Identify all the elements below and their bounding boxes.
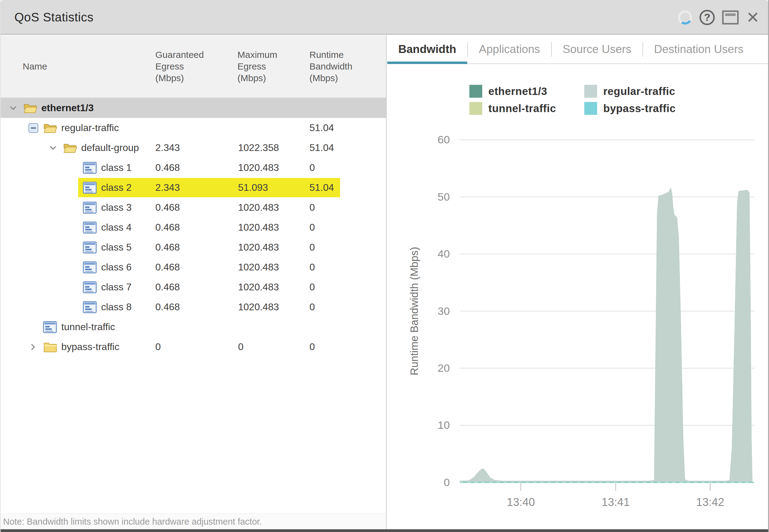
minus-box-icon[interactable] bbox=[28, 123, 43, 133]
maximum-egress-value: 1020.483 bbox=[229, 262, 307, 273]
table-row-tunnel-traffic[interactable]: tunnel-traffic bbox=[1, 317, 386, 337]
restore-window-icon[interactable] bbox=[722, 10, 739, 25]
table-header-row: NameGuaranteed Egress (Mbps)Maximum Egre… bbox=[1, 35, 386, 98]
node-label: class 6 bbox=[101, 262, 132, 273]
column-header-maximum-egress[interactable]: Maximum Egress (Mbps) bbox=[237, 49, 294, 84]
tree-name-cell: tunnel-traffic bbox=[1, 317, 154, 337]
table-row-class-4[interactable]: class 40.4681020.4830 bbox=[1, 217, 386, 237]
runtime-bandwidth-value: 0 bbox=[307, 301, 386, 313]
table-row-class-8[interactable]: class 80.4681020.4830 bbox=[1, 297, 386, 317]
node-label: bypass-traffic bbox=[61, 341, 119, 353]
table-row-class-5[interactable]: class 50.4681020.4830 bbox=[1, 237, 386, 257]
runtime-bandwidth-value: 51.04 bbox=[307, 122, 386, 134]
legend-label: tunnel-traffic bbox=[488, 102, 556, 115]
legend-label: ethernet1/3 bbox=[488, 85, 547, 97]
maximum-egress-value: 1022.358 bbox=[229, 142, 307, 153]
help-icon[interactable]: ? bbox=[699, 10, 715, 25]
qos-tree-panel: NameGuaranteed Egress (Mbps)Maximum Egre… bbox=[1, 35, 387, 532]
guaranteed-egress-value: 0.468 bbox=[154, 202, 229, 213]
maximum-egress-value: 1020.483 bbox=[229, 222, 307, 233]
tab-bandwidth[interactable]: Bandwidth bbox=[387, 35, 467, 63]
node-label: regular-traffic bbox=[61, 122, 119, 134]
tree-name-cell: class 7 bbox=[1, 277, 154, 297]
tree-name-cell: class 6 bbox=[1, 257, 154, 277]
svg-text:30: 30 bbox=[438, 305, 450, 317]
maximum-egress-value: 51.093 bbox=[229, 182, 307, 193]
legend-item-bypass-traffic: bypass-traffic bbox=[584, 102, 676, 115]
svg-text:50: 50 bbox=[438, 191, 450, 203]
node-label: class 7 bbox=[101, 281, 132, 293]
maximum-egress-value: 1020.483 bbox=[229, 301, 307, 313]
tree-name-cell: class 5 bbox=[1, 237, 154, 257]
bandwidth-chart-region: ethernet1/3regular-traffictunnel-traffic… bbox=[387, 64, 768, 529]
class-icon bbox=[83, 261, 97, 274]
svg-text:Runtime Bandwidth (Mbps): Runtime Bandwidth (Mbps) bbox=[408, 247, 420, 375]
folder-open-icon bbox=[43, 122, 58, 134]
tab-source-users[interactable]: Source Users bbox=[552, 35, 643, 63]
chevron-down-icon[interactable] bbox=[48, 143, 63, 153]
column-header-name[interactable]: Name bbox=[1, 61, 154, 72]
chevron-right-icon[interactable] bbox=[28, 342, 43, 352]
svg-text:13:41: 13:41 bbox=[601, 496, 630, 508]
class-icon bbox=[83, 281, 97, 293]
legend-item-ethernet1-3: ethernet1/3 bbox=[469, 85, 584, 98]
runtime-bandwidth-value: 0 bbox=[307, 341, 386, 353]
tab-destination-users[interactable]: Destination Users bbox=[643, 35, 755, 63]
guaranteed-egress-value: 2.343 bbox=[154, 182, 229, 193]
table-row-class-1[interactable]: class 10.4681020.4830 bbox=[1, 158, 386, 178]
node-label: tunnel-traffic bbox=[61, 321, 115, 333]
class-icon bbox=[83, 162, 97, 174]
legend-swatch-icon bbox=[469, 85, 482, 98]
node-label: class 3 bbox=[101, 202, 132, 213]
guaranteed-egress-value: 0.468 bbox=[154, 301, 229, 313]
legend-item-regular-traffic: regular-traffic bbox=[584, 85, 676, 98]
runtime-bandwidth-value: 51.04 bbox=[307, 142, 386, 153]
tree-name-cell: ethernet1/3 bbox=[1, 98, 154, 118]
folder-open-icon bbox=[63, 142, 77, 154]
tree-name-cell: class 3 bbox=[1, 198, 154, 217]
table-row-class-2[interactable]: class 22.34351.09351.04 bbox=[1, 178, 386, 198]
table-row-regular-traffic[interactable]: regular-traffic51.04 bbox=[1, 118, 386, 138]
table-row-class-3[interactable]: class 30.4681020.4830 bbox=[1, 198, 386, 217]
node-label: ethernet1/3 bbox=[41, 102, 94, 114]
svg-text:0: 0 bbox=[444, 476, 450, 489]
window-bottom-edge bbox=[1, 529, 768, 532]
table-row-class-6[interactable]: class 60.4681020.4830 bbox=[1, 257, 386, 277]
tree-name-cell: class 1 bbox=[1, 158, 154, 178]
guaranteed-egress-value: 0 bbox=[154, 341, 229, 353]
guaranteed-egress-value: 0.468 bbox=[154, 162, 229, 173]
tree-name-cell: default-group bbox=[1, 138, 154, 158]
runtime-bandwidth-value: 0 bbox=[307, 222, 386, 233]
svg-text:60: 60 bbox=[438, 134, 450, 146]
svg-text:13:40: 13:40 bbox=[507, 496, 535, 508]
qos-tree-table: ethernet1/3regular-traffic51.04default-g… bbox=[1, 98, 386, 357]
footer-note: Note: Bandwidth limits shown include har… bbox=[1, 513, 386, 529]
svg-text:10: 10 bbox=[438, 419, 450, 431]
column-header-runtime-bandwidth[interactable]: Runtime Bandwidth (Mbps) bbox=[309, 49, 366, 84]
guaranteed-egress-value: 0.468 bbox=[154, 242, 229, 253]
tab-applications[interactable]: Applications bbox=[468, 35, 551, 63]
folder-open-icon bbox=[23, 102, 38, 114]
class-icon bbox=[83, 301, 97, 313]
svg-text:40: 40 bbox=[438, 248, 450, 260]
tree-name-cell: class 8 bbox=[1, 297, 154, 317]
titlebar: QoS Statistics ?✕ bbox=[1, 0, 768, 35]
class-icon bbox=[83, 241, 97, 254]
tree-name-cell: class 2 bbox=[1, 178, 154, 198]
runtime-bandwidth-value: 0 bbox=[307, 202, 386, 213]
legend-swatch-icon bbox=[584, 85, 597, 98]
column-header-guaranteed-egress[interactable]: Guaranteed Egress (Mbps) bbox=[155, 49, 212, 84]
chevron-down-icon[interactable] bbox=[8, 103, 23, 113]
runtime-bandwidth-value: 0 bbox=[307, 262, 386, 273]
chart-legend: ethernet1/3regular-traffictunnel-traffic… bbox=[469, 85, 676, 115]
runtime-bandwidth-value: 0 bbox=[307, 281, 386, 293]
node-label: class 4 bbox=[101, 222, 132, 233]
table-row-default-group[interactable]: default-group2.3431022.35851.04 bbox=[1, 138, 386, 158]
guaranteed-egress-value: 0.468 bbox=[154, 222, 229, 233]
close-icon[interactable]: ✕ bbox=[746, 10, 760, 25]
class-icon bbox=[83, 202, 97, 214]
table-row-ethernet1-3[interactable]: ethernet1/3 bbox=[1, 98, 386, 118]
table-row-bypass-traffic[interactable]: bypass-traffic000 bbox=[1, 337, 386, 357]
class-icon bbox=[43, 321, 58, 333]
table-row-class-7[interactable]: class 70.4681020.4830 bbox=[1, 277, 386, 297]
